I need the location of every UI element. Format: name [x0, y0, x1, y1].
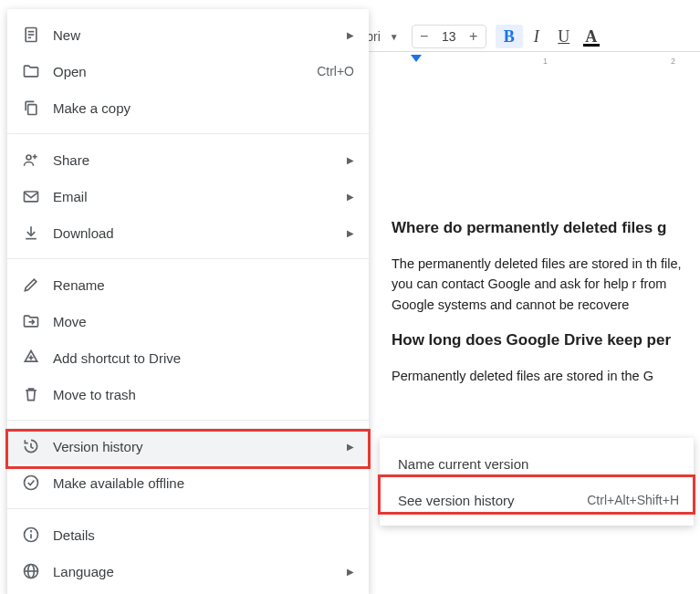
submenu-arrow-icon: ▶: [347, 442, 354, 452]
ruler-mark: 2: [671, 57, 675, 66]
email-icon: [22, 187, 40, 205]
doc-heading: How long does Google Drive keep per: [392, 331, 700, 349]
version-history-submenu: Name current version See version history…: [380, 438, 694, 526]
offline-icon: [22, 474, 40, 492]
formatting-toolbar: libri ▼ − + B I U A: [360, 20, 700, 53]
menu-label: Download: [53, 225, 347, 241]
doc-paragraph: Permanently deleted files are stored in …: [392, 366, 700, 386]
drive-shortcut-icon: [22, 349, 40, 367]
submenu-arrow-icon: ▶: [347, 192, 354, 202]
svg-rect-4: [28, 105, 37, 115]
doc-heading: Where do permanently deleted files g: [392, 219, 700, 237]
menu-label: Add shortcut to Drive: [53, 350, 354, 366]
font-size-stepper: − +: [412, 25, 486, 48]
menu-label: Move: [53, 314, 354, 329]
menu-item-make-copy[interactable]: Make a copy: [7, 89, 369, 126]
divider: [7, 420, 369, 421]
file-menu: New ▶ Open Ctrl+O Make a copy Share ▶ Em…: [7, 9, 369, 594]
menu-item-details[interactable]: Details: [7, 516, 369, 553]
menu-label: Rename: [53, 277, 354, 293]
menu-item-move[interactable]: Move: [7, 303, 369, 339]
menu-label: New: [53, 27, 347, 43]
menu-label: See version history: [398, 493, 587, 508]
menu-item-rename[interactable]: Rename: [7, 266, 369, 303]
info-icon: [22, 526, 40, 544]
text-color-button[interactable]: A: [578, 25, 605, 48]
submenu-arrow-icon: ▶: [347, 30, 354, 40]
font-size-input[interactable]: [436, 29, 462, 44]
menu-item-share[interactable]: Share ▶: [7, 141, 369, 178]
menu-item-trash[interactable]: Move to trash: [7, 376, 369, 412]
folder-icon: [22, 62, 40, 80]
menu-item-download[interactable]: Download ▶: [7, 214, 369, 251]
italic-button[interactable]: I: [523, 25, 550, 48]
text-format-group: B I U A: [496, 25, 605, 48]
ruler-mark: 1: [543, 57, 548, 66]
menu-label: Details: [53, 527, 354, 543]
submenu-arrow-icon: ▶: [347, 155, 354, 165]
menu-label: Open: [53, 64, 317, 79]
copy-icon: [22, 99, 40, 117]
menu-label: Make available offline: [53, 475, 354, 491]
divider: [7, 258, 369, 259]
submenu-item-name-current[interactable]: Name current version: [380, 445, 694, 482]
decrease-size-button[interactable]: −: [413, 25, 436, 48]
indent-marker-icon[interactable]: [411, 55, 422, 62]
menu-item-email[interactable]: Email ▶: [7, 178, 369, 214]
menu-item-language[interactable]: Language ▶: [7, 553, 369, 589]
dropdown-icon: ▼: [390, 32, 399, 42]
menu-label: Name current version: [398, 456, 679, 472]
menu-label: Make a copy: [53, 100, 354, 116]
divider: [7, 133, 369, 134]
svg-point-11: [25, 476, 38, 490]
menu-label: Version history: [53, 439, 347, 454]
document-body[interactable]: Where do permanently deleted files g The…: [360, 73, 700, 403]
horizontal-ruler: 1 2: [360, 51, 700, 73]
submenu-item-see-history[interactable]: See version history Ctrl+Alt+Shift+H: [380, 482, 694, 518]
menu-shortcut: Ctrl+Alt+Shift+H: [587, 493, 679, 507]
pencil-icon: [22, 276, 40, 294]
globe-icon: [22, 562, 40, 580]
share-icon: [22, 151, 40, 169]
trash-icon: [22, 385, 40, 403]
move-icon: [22, 312, 40, 330]
bold-button[interactable]: B: [496, 25, 523, 48]
svg-point-14: [31, 531, 32, 532]
increase-size-button[interactable]: +: [462, 25, 486, 48]
menu-item-offline[interactable]: Make available offline: [7, 464, 369, 501]
menu-item-new[interactable]: New ▶: [7, 16, 369, 53]
menu-label: Share: [53, 152, 347, 168]
document-icon: [22, 26, 40, 44]
underline-button[interactable]: U: [550, 25, 578, 48]
menu-label: Email: [53, 189, 347, 204]
submenu-arrow-icon: ▶: [347, 228, 354, 238]
svg-point-5: [26, 155, 31, 160]
doc-paragraph: The permanently deleted files are stored…: [392, 254, 700, 315]
download-icon: [22, 224, 40, 242]
menu-label: Move to trash: [53, 387, 354, 402]
menu-item-version-history[interactable]: Version history ▶: [7, 428, 369, 464]
submenu-arrow-icon: ▶: [347, 567, 354, 577]
menu-shortcut: Ctrl+O: [317, 64, 354, 78]
divider: [7, 508, 369, 509]
menu-item-open[interactable]: Open Ctrl+O: [7, 53, 369, 89]
menu-label: Language: [53, 564, 347, 579]
menu-item-add-shortcut[interactable]: Add shortcut to Drive: [7, 339, 369, 376]
history-icon: [22, 437, 40, 455]
